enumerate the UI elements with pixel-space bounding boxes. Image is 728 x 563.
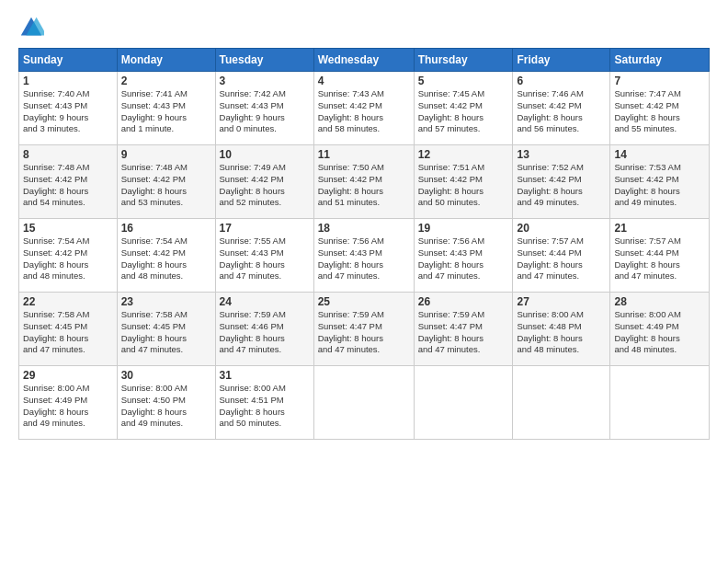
calendar-cell: 3Sunrise: 7:42 AM Sunset: 4:43 PM Daylig… (215, 72, 313, 145)
day-info: Sunrise: 8:00 AM Sunset: 4:50 PM Dayligh… (121, 383, 211, 430)
calendar-week-row: 22Sunrise: 7:58 AM Sunset: 4:45 PM Dayli… (19, 293, 710, 366)
calendar-cell: 8Sunrise: 7:48 AM Sunset: 4:42 PM Daylig… (19, 145, 118, 219)
day-info: Sunrise: 7:58 AM Sunset: 4:45 PM Dayligh… (121, 309, 211, 356)
day-info: Sunrise: 8:00 AM Sunset: 4:49 PM Dayligh… (614, 309, 705, 356)
calendar-week-row: 8Sunrise: 7:48 AM Sunset: 4:42 PM Daylig… (19, 145, 710, 219)
calendar-cell: 15Sunrise: 7:54 AM Sunset: 4:42 PM Dayli… (19, 219, 118, 293)
day-info: Sunrise: 7:51 AM Sunset: 4:42 PM Dayligh… (418, 162, 509, 209)
day-number: 2 (121, 75, 211, 87)
day-info: Sunrise: 7:56 AM Sunset: 4:43 PM Dayligh… (318, 236, 410, 282)
calendar-table: SundayMondayTuesdayWednesdayThursdayFrid… (18, 48, 710, 440)
calendar-day-header: Monday (117, 49, 215, 72)
day-number: 3 (220, 75, 310, 87)
day-info: Sunrise: 7:48 AM Sunset: 4:42 PM Dayligh… (23, 162, 113, 209)
calendar-cell: 29Sunrise: 8:00 AM Sunset: 4:49 PM Dayli… (19, 366, 118, 440)
calendar-cell: 24Sunrise: 7:59 AM Sunset: 4:46 PM Dayli… (215, 293, 313, 366)
logo-icon (18, 15, 44, 40)
day-info: Sunrise: 7:45 AM Sunset: 4:42 PM Dayligh… (418, 88, 509, 135)
day-number: 9 (121, 148, 211, 161)
day-number: 8 (23, 148, 113, 161)
calendar-week-row: 15Sunrise: 7:54 AM Sunset: 4:42 PM Dayli… (19, 219, 710, 293)
day-number: 12 (418, 148, 509, 161)
day-number: 4 (318, 75, 410, 87)
day-number: 6 (517, 75, 606, 87)
calendar-day-header: Wednesday (313, 49, 414, 72)
day-number: 26 (418, 295, 509, 308)
day-info: Sunrise: 7:52 AM Sunset: 4:42 PM Dayligh… (517, 162, 606, 209)
day-info: Sunrise: 8:00 AM Sunset: 4:51 PM Dayligh… (220, 383, 310, 430)
calendar-day-header: Saturday (610, 49, 710, 72)
page: SundayMondayTuesdayWednesdayThursdayFrid… (0, 0, 728, 563)
day-number: 15 (23, 222, 113, 235)
day-info: Sunrise: 7:59 AM Sunset: 4:47 PM Dayligh… (318, 309, 410, 356)
calendar-cell: 21Sunrise: 7:57 AM Sunset: 4:44 PM Dayli… (610, 219, 710, 293)
day-info: Sunrise: 8:00 AM Sunset: 4:48 PM Dayligh… (517, 309, 606, 356)
day-info: Sunrise: 7:50 AM Sunset: 4:42 PM Dayligh… (318, 162, 410, 209)
calendar-cell: 28Sunrise: 8:00 AM Sunset: 4:49 PM Dayli… (610, 293, 710, 366)
calendar-week-row: 1Sunrise: 7:40 AM Sunset: 4:43 PM Daylig… (19, 72, 710, 145)
day-info: Sunrise: 7:57 AM Sunset: 4:44 PM Dayligh… (517, 236, 606, 282)
calendar-cell: 13Sunrise: 7:52 AM Sunset: 4:42 PM Dayli… (513, 145, 610, 219)
day-info: Sunrise: 7:54 AM Sunset: 4:42 PM Dayligh… (23, 236, 113, 282)
calendar-cell: 30Sunrise: 8:00 AM Sunset: 4:50 PM Dayli… (117, 366, 215, 440)
calendar-cell (313, 366, 414, 440)
calendar-cell: 11Sunrise: 7:50 AM Sunset: 4:42 PM Dayli… (313, 145, 414, 219)
day-number: 16 (121, 222, 211, 235)
calendar-cell: 7Sunrise: 7:47 AM Sunset: 4:42 PM Daylig… (610, 72, 710, 145)
calendar-cell: 17Sunrise: 7:55 AM Sunset: 4:43 PM Dayli… (215, 219, 313, 293)
calendar-cell: 27Sunrise: 8:00 AM Sunset: 4:48 PM Dayli… (513, 293, 610, 366)
day-number: 20 (517, 222, 606, 235)
calendar-cell: 18Sunrise: 7:56 AM Sunset: 4:43 PM Dayli… (313, 219, 414, 293)
calendar-cell: 14Sunrise: 7:53 AM Sunset: 4:42 PM Dayli… (610, 145, 710, 219)
day-number: 31 (220, 369, 310, 382)
day-info: Sunrise: 7:59 AM Sunset: 4:47 PM Dayligh… (418, 309, 509, 356)
day-info: Sunrise: 7:42 AM Sunset: 4:43 PM Dayligh… (220, 88, 310, 135)
day-info: Sunrise: 7:46 AM Sunset: 4:42 PM Dayligh… (517, 88, 606, 135)
calendar-cell: 12Sunrise: 7:51 AM Sunset: 4:42 PM Dayli… (414, 145, 513, 219)
day-number: 27 (517, 295, 606, 308)
day-number: 23 (121, 295, 211, 308)
calendar-cell: 25Sunrise: 7:59 AM Sunset: 4:47 PM Dayli… (313, 293, 414, 366)
day-number: 28 (614, 295, 705, 308)
day-info: Sunrise: 7:47 AM Sunset: 4:42 PM Dayligh… (614, 88, 705, 135)
day-number: 19 (418, 222, 509, 235)
calendar-cell (513, 366, 610, 440)
day-info: Sunrise: 7:41 AM Sunset: 4:43 PM Dayligh… (121, 88, 211, 135)
day-info: Sunrise: 7:57 AM Sunset: 4:44 PM Dayligh… (614, 236, 705, 282)
day-number: 22 (23, 295, 113, 308)
calendar-cell: 16Sunrise: 7:54 AM Sunset: 4:42 PM Dayli… (117, 219, 215, 293)
day-info: Sunrise: 7:58 AM Sunset: 4:45 PM Dayligh… (23, 309, 113, 356)
day-info: Sunrise: 7:40 AM Sunset: 4:43 PM Dayligh… (23, 88, 113, 135)
day-number: 24 (220, 295, 310, 308)
day-info: Sunrise: 7:43 AM Sunset: 4:42 PM Dayligh… (318, 88, 410, 135)
day-number: 25 (318, 295, 410, 308)
calendar-header-row: SundayMondayTuesdayWednesdayThursdayFrid… (19, 49, 710, 72)
day-number: 13 (517, 148, 606, 161)
day-info: Sunrise: 7:59 AM Sunset: 4:46 PM Dayligh… (220, 309, 310, 356)
day-info: Sunrise: 7:55 AM Sunset: 4:43 PM Dayligh… (220, 236, 310, 282)
day-info: Sunrise: 7:49 AM Sunset: 4:42 PM Dayligh… (220, 162, 310, 209)
day-number: 14 (614, 148, 705, 161)
calendar-cell: 4Sunrise: 7:43 AM Sunset: 4:42 PM Daylig… (313, 72, 414, 145)
day-info: Sunrise: 7:54 AM Sunset: 4:42 PM Dayligh… (121, 236, 211, 282)
day-info: Sunrise: 7:53 AM Sunset: 4:42 PM Dayligh… (614, 162, 705, 209)
day-number: 17 (220, 222, 310, 235)
calendar-cell (610, 366, 710, 440)
day-info: Sunrise: 7:48 AM Sunset: 4:42 PM Dayligh… (121, 162, 211, 209)
day-number: 7 (614, 75, 705, 87)
calendar-day-header: Friday (513, 49, 610, 72)
day-number: 18 (318, 222, 410, 235)
calendar-cell: 31Sunrise: 8:00 AM Sunset: 4:51 PM Dayli… (215, 366, 313, 440)
header (18, 15, 710, 40)
calendar-day-header: Sunday (19, 49, 118, 72)
calendar-cell: 19Sunrise: 7:56 AM Sunset: 4:43 PM Dayli… (414, 219, 513, 293)
calendar-day-header: Thursday (414, 49, 513, 72)
day-number: 21 (614, 222, 705, 235)
calendar-day-header: Tuesday (215, 49, 313, 72)
calendar-cell: 1Sunrise: 7:40 AM Sunset: 4:43 PM Daylig… (19, 72, 118, 145)
day-number: 10 (220, 148, 310, 161)
calendar-cell (414, 366, 513, 440)
calendar-cell: 23Sunrise: 7:58 AM Sunset: 4:45 PM Dayli… (117, 293, 215, 366)
logo (18, 15, 48, 40)
day-number: 30 (121, 369, 211, 382)
